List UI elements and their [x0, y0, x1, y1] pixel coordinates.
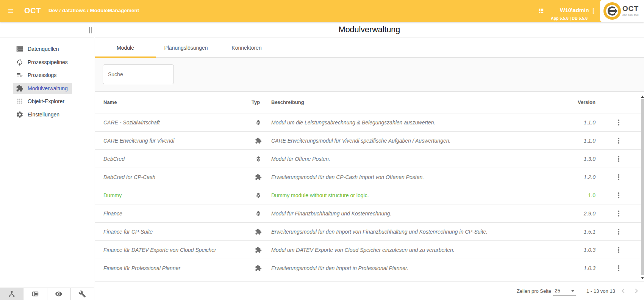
oct-logo-icon: [603, 2, 621, 20]
layers-icon: [255, 192, 262, 199]
tab-label: Konnektoren: [231, 45, 261, 51]
page-title: Modulverwaltung: [95, 25, 644, 35]
sidebar-item-prozesslogs[interactable]: Prozesslogs: [0, 69, 94, 82]
module-name: CARE - Sozialwirtschaft: [103, 119, 160, 126]
settings-icon: [16, 111, 23, 118]
module-version: 2.9.0: [584, 210, 596, 217]
table-row[interactable]: CARE - SozialwirtschaftModul um die Leis…: [95, 113, 641, 132]
tab-label: Planungslösungen: [164, 45, 208, 51]
bottom-bar-item-eye[interactable]: [47, 288, 71, 300]
user-menu[interactable]: W10\admin: [560, 7, 589, 13]
module-description: Erweiterungsmodul für den Import von Fin…: [271, 229, 488, 235]
scrollbar-down-arrow[interactable]: [641, 277, 644, 281]
table-row[interactable]: CARE Erweiterung für VivendiCARE Erweite…: [95, 132, 641, 150]
search-section: [95, 58, 644, 92]
row-menu-button[interactable]: [614, 137, 623, 145]
module-version: 1.0.3: [584, 265, 596, 271]
pagination-range-label: 1 - 13 von 13: [586, 288, 615, 294]
next-page-button[interactable]: [632, 286, 641, 295]
sidebar-bottom-bar: [0, 287, 94, 300]
row-menu-button[interactable]: [614, 191, 623, 199]
table-row[interactable]: FinanceModul für Finanzbuchhaltung und K…: [95, 204, 641, 223]
module-name: Finance für Professional Planner: [103, 265, 180, 271]
table-row[interactable]: Finance für CP-SuiteErweiterungsmodul fü…: [95, 223, 641, 241]
table-row[interactable]: Finance für DATEV Exporte von Cloud Spei…: [95, 241, 641, 259]
module-name: Finance: [103, 210, 122, 217]
apps-grid-icon[interactable]: [538, 8, 544, 14]
row-menu-button[interactable]: [614, 209, 623, 218]
module-table: Name Typ Beschreibung Version CARE - Soz…: [95, 92, 641, 277]
module-description: Erweiterungsmodul für den CP-Cash Import…: [271, 174, 424, 180]
module-name: Finance für CP-Suite: [103, 229, 153, 235]
paginator: Zeilen pro Seite 25 1 - 13 von 13: [95, 282, 644, 300]
tab-konnektoren[interactable]: Konnektoren: [216, 38, 277, 57]
explorer-icon: [16, 97, 23, 105]
eye-icon: [55, 290, 63, 298]
module-version: 1.1.0: [584, 119, 596, 126]
rows-per-page-select[interactable]: 25: [553, 286, 576, 296]
module-description: CARE Erweiterungsmodul für Vivendi spezi…: [271, 138, 450, 144]
module-description: Dummy module without structure or logic.: [271, 192, 369, 198]
logs-icon: [16, 71, 23, 79]
table-row[interactable]: DebCredModul für Offene Posten.1.3.0: [95, 150, 641, 168]
app-window: OCT Dev / dataflows / ModuleManagement W…: [0, 0, 644, 300]
puzzle-icon: [255, 247, 262, 253]
scrollbar-up-arrow[interactable]: [641, 94, 644, 98]
sidebar: DatenquellenProzesspipelinesProzesslogsM…: [0, 22, 94, 300]
row-menu-button[interactable]: [614, 118, 623, 127]
sidebar-item-objekt-explorer[interactable]: Objekt-Explorer: [0, 95, 94, 108]
module-version: 1.1.0: [584, 138, 596, 144]
row-menu-button[interactable]: [614, 228, 623, 236]
row-menu-button[interactable]: [614, 155, 623, 163]
scrollbar-thumb[interactable]: [641, 99, 644, 275]
pipelines-icon: [16, 58, 23, 66]
row-menu-button[interactable]: [614, 246, 623, 254]
table-bottom-divider: [95, 277, 644, 282]
sidebar-nav: DatenquellenProzesspipelinesProzesslogsM…: [0, 38, 94, 121]
main-content: Modulverwaltung ModulePlanungslösungenKo…: [95, 22, 644, 300]
datasources-icon: [16, 45, 23, 53]
table-row[interactable]: DebCred for CP-CashErweiterungsmodul für…: [95, 168, 641, 186]
layers-icon: [255, 155, 262, 162]
tab-bar: ModulePlanungslösungenKonnektoren: [95, 38, 644, 58]
row-menu-button[interactable]: [614, 173, 623, 181]
bottom-bar-item-hierarchy[interactable]: [0, 288, 23, 300]
top-bar: OCT Dev / dataflows / ModuleManagement W…: [0, 0, 644, 22]
module-name: DebCred: [103, 156, 125, 162]
sidebar-item-prozesspipelines[interactable]: Prozesspipelines: [0, 56, 94, 69]
module-name: Finance für DATEV Exporte von Cloud Spei…: [103, 247, 216, 253]
previous-page-button[interactable]: [619, 286, 628, 295]
sidebar-item-einstellungen[interactable]: Einstellungen: [0, 108, 94, 121]
menu-icon[interactable]: [6, 8, 15, 14]
sidebar-item-datenquellen[interactable]: Datenquellen: [0, 42, 94, 56]
table-scrollbar[interactable]: [641, 92, 644, 282]
search-input[interactable]: [103, 64, 174, 84]
breadcrumb[interactable]: Dev / dataflows / ModuleManagement: [48, 8, 139, 13]
rows-per-page-value: 25: [555, 288, 560, 294]
sidebar-item-label: Einstellungen: [28, 112, 59, 118]
tab-planungslösungen[interactable]: Planungslösungen: [156, 38, 216, 57]
bottom-bar-item-table[interactable]: [23, 288, 47, 300]
sidebar-item-modulverwaltung[interactable]: Modulverwaltung: [0, 82, 94, 95]
puzzle-icon: [255, 137, 262, 144]
column-header-beschreibung: Beschreibung: [271, 99, 304, 105]
sidebar-resize-handle[interactable]: [89, 27, 92, 33]
module-version: 1.3.0: [584, 156, 596, 162]
sidebar-item-label: Objekt-Explorer: [28, 98, 64, 104]
app-version-label: App 5.5.8 | DB 5.5.8: [551, 16, 588, 20]
tab-module[interactable]: Module: [95, 38, 156, 57]
table-row[interactable]: Finance für Professional PlannerErweiter…: [95, 259, 641, 277]
sidebar-item-label: Prozesslogs: [28, 72, 56, 78]
table-row[interactable]: DummyDummy module without structure or l…: [95, 186, 641, 204]
module-name: DebCred for CP-Cash: [103, 174, 155, 180]
row-menu-button[interactable]: [614, 264, 623, 272]
module-version: 1.0: [588, 192, 596, 198]
module-description: Modul um die Leistungsabrechnung & Beleg…: [271, 119, 436, 126]
bottom-bar-item-wrench[interactable]: [71, 288, 94, 300]
column-header-typ: Typ: [252, 99, 260, 105]
module-version: 1.0.3: [584, 247, 596, 253]
user-kebab-icon[interactable]: [589, 6, 597, 16]
column-header-name: Name: [103, 99, 117, 105]
module-description: Modul für Finanzbuchhaltung und Kostenre…: [271, 210, 392, 217]
layers-icon: [255, 210, 262, 217]
